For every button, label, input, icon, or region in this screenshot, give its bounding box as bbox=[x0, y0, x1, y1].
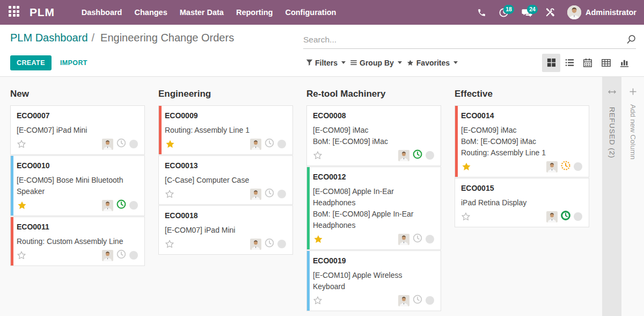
card-color-bar bbox=[11, 217, 13, 265]
priority-star-icon[interactable] bbox=[461, 161, 472, 172]
nav-menu-item-changes[interactable]: Changes bbox=[134, 8, 167, 17]
responsible-avatar[interactable] bbox=[398, 234, 409, 245]
nav-menu-item-reporting[interactable]: Reporting bbox=[236, 8, 273, 17]
nav-menu-item-master-data[interactable]: Master Data bbox=[180, 8, 224, 17]
status-dot[interactable] bbox=[574, 162, 582, 171]
status-dot[interactable] bbox=[277, 240, 286, 248]
activity-clock-icon[interactable] bbox=[265, 238, 274, 250]
search-icon[interactable] bbox=[626, 34, 636, 45]
kanban-board: New ECO0007 [E-COM07] iPad Mini ECO0010 … bbox=[0, 77, 644, 316]
favorites-label: Favorites bbox=[416, 59, 450, 67]
priority-star-icon[interactable] bbox=[17, 250, 26, 260]
activity-clock-icon[interactable] bbox=[561, 211, 570, 222]
top-navbar: PLM DashboardChangesMaster DataReporting… bbox=[0, 0, 644, 25]
responsible-avatar[interactable] bbox=[250, 139, 261, 150]
calendar-view-button[interactable] bbox=[579, 54, 597, 72]
activities-icon[interactable]: 18 bbox=[499, 8, 509, 18]
responsible-avatar[interactable] bbox=[398, 295, 409, 306]
priority-star-icon[interactable] bbox=[313, 296, 323, 305]
priority-star-icon[interactable] bbox=[165, 239, 174, 249]
kanban-card[interactable]: ECO0007 [E-COM07] iPad Mini bbox=[10, 105, 145, 155]
column-title[interactable]: Effective bbox=[455, 83, 589, 105]
card-reference: ECO0012 bbox=[313, 173, 434, 181]
kanban-card[interactable]: ECO0015 iPad Retina Display bbox=[455, 178, 589, 227]
nav-menu-item-dashboard[interactable]: Dashboard bbox=[82, 8, 122, 17]
status-dot[interactable] bbox=[426, 151, 434, 160]
activity-clock-icon[interactable] bbox=[561, 161, 570, 173]
responsible-avatar[interactable] bbox=[398, 150, 409, 161]
column-title[interactable]: New bbox=[10, 83, 145, 105]
priority-star-icon[interactable] bbox=[461, 212, 471, 221]
kanban-card[interactable]: ECO0018 [E-COM07] iPad Mini bbox=[158, 205, 293, 255]
kanban-view-button[interactable] bbox=[542, 54, 560, 72]
status-dot[interactable] bbox=[129, 251, 138, 260]
pivot-view-button[interactable] bbox=[597, 54, 615, 72]
breadcrumb: PLM Dashboard / Engineering Change Order… bbox=[10, 32, 234, 44]
responsible-avatar[interactable] bbox=[102, 200, 113, 211]
priority-star-icon[interactable] bbox=[17, 139, 26, 149]
phone-icon[interactable] bbox=[477, 8, 486, 17]
add-new-column[interactable]: Add new Column bbox=[621, 77, 644, 160]
folded-column-refused[interactable]: REFUSED (2) bbox=[602, 77, 621, 316]
username-label: Administrator bbox=[586, 8, 636, 17]
search-input[interactable] bbox=[303, 35, 626, 45]
card-reference: ECO0010 bbox=[17, 161, 138, 170]
nav-menu-item-configuration[interactable]: Configuration bbox=[285, 8, 336, 17]
card-color-bar bbox=[11, 156, 13, 216]
user-menu[interactable]: Administrator bbox=[567, 5, 636, 19]
activity-clock-icon[interactable] bbox=[116, 138, 126, 150]
apps-menu-icon[interactable] bbox=[9, 6, 21, 19]
priority-star-icon[interactable] bbox=[17, 200, 27, 211]
app-brand[interactable]: PLM bbox=[30, 6, 55, 19]
group-by-dropdown[interactable]: Group By bbox=[350, 59, 402, 67]
kanban-card[interactable]: ECO0009 Routing: Assembly Line 1 bbox=[158, 105, 293, 155]
message-count-badge: 24 bbox=[527, 5, 538, 14]
activity-clock-icon[interactable] bbox=[116, 249, 126, 261]
kanban-card[interactable]: ECO0012 [E-COM08] Apple In-Ear Headphone… bbox=[306, 167, 441, 250]
kanban-card[interactable]: ECO0010 [E-COM05] Bose Mini Bluetooth Sp… bbox=[10, 155, 145, 216]
column-title[interactable]: Re-tool Machinery bbox=[306, 83, 441, 105]
tools-icon[interactable] bbox=[545, 8, 555, 18]
activity-clock-icon[interactable] bbox=[413, 295, 422, 306]
breadcrumb-parent[interactable]: PLM Dashboard bbox=[10, 32, 88, 44]
kanban-card[interactable]: ECO0014 [E-COM09] iMacBoM: [E-COM09] iMa… bbox=[455, 105, 589, 177]
breadcrumb-separator: / bbox=[92, 32, 95, 44]
kanban-card[interactable]: ECO0019 [E-COM10] Apple Wireless Keyboar… bbox=[306, 250, 441, 311]
list-view-button[interactable] bbox=[560, 54, 579, 72]
card-reference: ECO0011 bbox=[17, 222, 138, 231]
create-button[interactable]: CREATE bbox=[10, 55, 52, 70]
status-dot[interactable] bbox=[426, 235, 434, 243]
card-description: [E-COM09] iMacBoM: [E-COM09] iMacRouting… bbox=[461, 125, 582, 159]
activity-clock-icon[interactable] bbox=[265, 188, 274, 200]
status-dot[interactable] bbox=[129, 201, 138, 210]
graph-view-button[interactable] bbox=[615, 54, 633, 72]
kanban-card[interactable]: ECO0008 [E-COM09] iMacBoM: [E-COM09] iMa… bbox=[306, 105, 441, 166]
column-title[interactable]: Engineering bbox=[158, 83, 293, 105]
status-dot[interactable] bbox=[574, 212, 582, 221]
activity-clock-icon[interactable] bbox=[413, 149, 422, 161]
responsible-avatar[interactable] bbox=[546, 211, 558, 222]
responsible-avatar[interactable] bbox=[102, 250, 113, 261]
kanban-card[interactable]: ECO0011 Routing: Custom Assembly Line bbox=[10, 217, 145, 266]
priority-star-icon[interactable] bbox=[313, 150, 323, 160]
activity-clock-icon[interactable] bbox=[265, 138, 274, 150]
responsible-avatar[interactable] bbox=[102, 139, 113, 150]
breadcrumb-current: Engineering Change Orders bbox=[100, 32, 234, 44]
favorites-dropdown[interactable]: Favorites bbox=[406, 59, 458, 67]
priority-star-icon[interactable] bbox=[313, 234, 324, 245]
activity-clock-icon[interactable] bbox=[413, 233, 422, 245]
responsible-avatar[interactable] bbox=[250, 189, 261, 200]
priority-star-icon[interactable] bbox=[165, 189, 174, 199]
kanban-card[interactable]: ECO0013 [C-Case] Computer Case bbox=[158, 155, 293, 205]
status-dot[interactable] bbox=[129, 140, 138, 148]
messages-icon[interactable]: 24 bbox=[521, 8, 532, 18]
filters-dropdown[interactable]: Filters bbox=[306, 59, 346, 67]
status-dot[interactable] bbox=[277, 190, 286, 198]
responsible-avatar[interactable] bbox=[546, 161, 558, 173]
import-button[interactable]: IMPORT bbox=[60, 59, 87, 67]
status-dot[interactable] bbox=[277, 140, 286, 148]
responsible-avatar[interactable] bbox=[250, 239, 261, 250]
status-dot[interactable] bbox=[426, 296, 434, 305]
activity-clock-icon[interactable] bbox=[116, 199, 126, 211]
priority-star-icon[interactable] bbox=[165, 139, 175, 149]
